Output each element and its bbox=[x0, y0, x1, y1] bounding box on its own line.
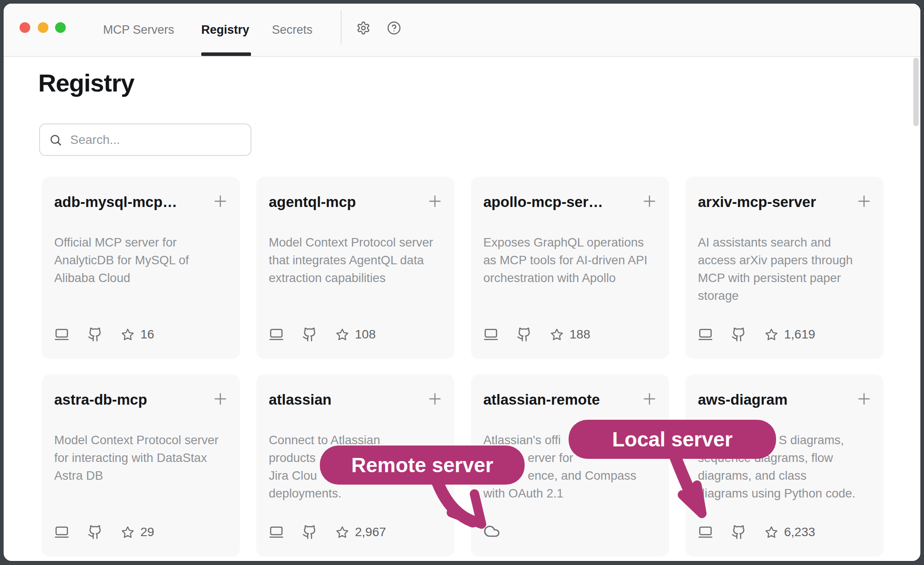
description-line: with OAuth 2.1 bbox=[483, 485, 657, 502]
server-name: apollo-mcp-ser… bbox=[483, 194, 603, 211]
active-tab-indicator bbox=[201, 52, 251, 56]
server-name: astra-db-mcp bbox=[54, 391, 147, 408]
card-footer: 108 bbox=[269, 327, 376, 342]
close-window-button[interactable] bbox=[20, 22, 30, 33]
description-line: diagrams, and class bbox=[698, 467, 872, 485]
star-count: 2,967 bbox=[355, 525, 386, 539]
server-card-agentql-mcp[interactable]: agentql-mcp Model Context Protocol serve… bbox=[256, 177, 454, 359]
star-count: 108 bbox=[355, 327, 376, 342]
description-line: diagrams using Python code. bbox=[698, 485, 872, 502]
search-icon bbox=[49, 133, 62, 147]
github-icon[interactable] bbox=[88, 525, 103, 540]
page-title: Registry bbox=[38, 68, 134, 97]
server-description: Model Context Protocol server for intera… bbox=[54, 431, 228, 485]
laptop-icon bbox=[269, 327, 284, 342]
add-server-button[interactable] bbox=[211, 390, 229, 408]
star-icon bbox=[121, 525, 135, 539]
server-card-arxiv-mcp-server[interactable]: arxiv-mcp-server AI assistants search an… bbox=[685, 177, 884, 359]
add-server-button[interactable] bbox=[211, 192, 229, 210]
server-description: S diagrams, sequence diagrams, flow diag… bbox=[698, 431, 872, 502]
server-card-atlassian[interactable]: atlassian Connect to Atlassian products … bbox=[256, 374, 454, 557]
star-icon bbox=[335, 525, 349, 539]
title-bar: MCP Servers Registry Secrets bbox=[4, 4, 920, 57]
star-icon bbox=[121, 328, 135, 342]
laptop-icon bbox=[54, 525, 69, 540]
search-box[interactable] bbox=[39, 123, 251, 156]
server-card-aws-diagram[interactable]: aws-diagram S diagrams, sequence diagram… bbox=[685, 374, 884, 557]
description-line: Atlassian's offi bbox=[483, 431, 657, 449]
server-name: adb-mysql-mcp… bbox=[54, 194, 177, 211]
github-icon[interactable] bbox=[731, 327, 746, 342]
server-description: Official MCP server for AnalyticDB for M… bbox=[54, 234, 228, 287]
github-icon[interactable] bbox=[302, 525, 317, 540]
card-footer: 29 bbox=[54, 525, 154, 540]
star-count: 29 bbox=[140, 525, 154, 539]
star-icon bbox=[550, 328, 564, 342]
server-card-apollo-mcp-server[interactable]: apollo-mcp-ser… Exposes GraphQL operatio… bbox=[471, 177, 669, 359]
tab-registry[interactable]: Registry bbox=[201, 4, 249, 56]
add-server-button[interactable] bbox=[641, 192, 658, 210]
star-count: 1,619 bbox=[784, 327, 815, 342]
server-name: atlassian bbox=[269, 391, 331, 408]
card-footer bbox=[483, 523, 500, 540]
star-count: 16 bbox=[140, 327, 154, 342]
server-card-atlassian-remote[interactable]: atlassian-remote Atlassian's offi erver … bbox=[471, 374, 669, 557]
github-icon[interactable] bbox=[517, 327, 532, 342]
tab-mcp-servers[interactable]: MCP Servers bbox=[103, 4, 174, 56]
server-name: aws-diagram bbox=[698, 391, 788, 408]
help-icon[interactable] bbox=[387, 21, 401, 35]
server-name: atlassian-remote bbox=[483, 391, 600, 408]
github-icon[interactable] bbox=[731, 525, 746, 540]
card-footer: 1,619 bbox=[698, 327, 815, 342]
description-line: products bbox=[269, 449, 443, 467]
add-server-button[interactable] bbox=[426, 192, 444, 210]
zoom-window-button[interactable] bbox=[55, 22, 66, 33]
minimize-window-button[interactable] bbox=[38, 22, 48, 33]
server-name: agentql-mcp bbox=[269, 194, 356, 211]
card-footer: 6,233 bbox=[698, 525, 815, 540]
laptop-icon bbox=[698, 525, 713, 540]
settings-gear-icon[interactable] bbox=[356, 21, 370, 35]
add-server-button[interactable] bbox=[855, 390, 873, 408]
star-icon bbox=[765, 525, 778, 539]
description-line: sequence diagrams, flow bbox=[698, 449, 872, 467]
star-count: 188 bbox=[570, 327, 590, 342]
vertical-scrollbar-thumb[interactable] bbox=[913, 58, 919, 126]
description-line: Jira Clou bbox=[269, 467, 443, 485]
server-description: Model Context Protocol server that integ… bbox=[269, 234, 443, 287]
server-name: arxiv-mcp-server bbox=[698, 194, 816, 211]
registry-card-grid: adb-mysql-mcp… Official MCP server for A… bbox=[42, 177, 884, 557]
description-line: deployments. bbox=[269, 485, 443, 502]
server-description: Exposes GraphQL operations as MCP tools … bbox=[483, 234, 657, 287]
app-window: MCP Servers Registry Secrets Registry bbox=[4, 4, 920, 561]
laptop-icon bbox=[269, 525, 284, 540]
description-line: ence, and Compass bbox=[483, 467, 657, 485]
server-description: Connect to Atlassian products Jira Clou … bbox=[269, 431, 443, 502]
star-count: 6,233 bbox=[784, 525, 815, 539]
add-server-button[interactable] bbox=[426, 390, 444, 408]
add-server-button[interactable] bbox=[641, 390, 658, 408]
laptop-icon bbox=[483, 327, 498, 342]
card-footer: 16 bbox=[54, 327, 154, 342]
star-icon bbox=[765, 328, 778, 342]
github-icon[interactable] bbox=[302, 327, 317, 342]
description-line: S diagrams, bbox=[698, 431, 872, 449]
card-footer: 2,967 bbox=[269, 525, 386, 540]
server-card-astra-db-mcp[interactable]: astra-db-mcp Model Context Protocol serv… bbox=[42, 374, 240, 557]
server-description: Atlassian's offi erver for ence, and Com… bbox=[483, 431, 657, 502]
card-footer: 188 bbox=[483, 327, 590, 342]
server-card-adb-mysql-mcp[interactable]: adb-mysql-mcp… Official MCP server for A… bbox=[42, 177, 240, 359]
add-server-button[interactable] bbox=[855, 192, 873, 210]
tab-secrets[interactable]: Secrets bbox=[272, 4, 313, 56]
star-icon bbox=[335, 328, 349, 342]
cloud-icon bbox=[483, 523, 500, 540]
github-icon[interactable] bbox=[88, 327, 103, 342]
description-line: erver for bbox=[483, 449, 657, 467]
toolbar-divider bbox=[341, 11, 342, 44]
server-description: AI assistants search and access arXiv pa… bbox=[698, 234, 872, 305]
laptop-icon bbox=[54, 327, 69, 342]
laptop-icon bbox=[698, 327, 713, 342]
description-line: Connect to Atlassian bbox=[269, 431, 443, 449]
search-input[interactable] bbox=[70, 133, 242, 147]
